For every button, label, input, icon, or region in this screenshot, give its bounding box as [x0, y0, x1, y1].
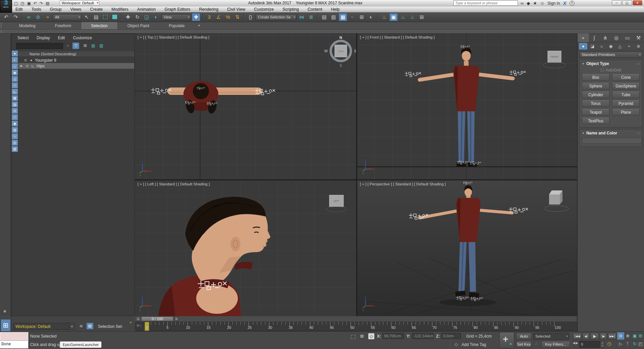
- isolate-selection-icon[interactable]: [351, 334, 357, 339]
- key-filters-button[interactable]: Key Filters...: [541, 341, 570, 348]
- viewport-top[interactable]: [ + ] [ Top ] [ Standard ] [ Default Sha…: [135, 34, 356, 179]
- render-in-cloud-icon[interactable]: ⊞: [418, 13, 426, 21]
- render-setup-icon[interactable]: ♨: [380, 13, 388, 21]
- undo-icon[interactable]: ↶: [34, 1, 37, 6]
- primitive-button[interactable]: Torus: [582, 100, 609, 107]
- tab-freeform[interactable]: Freeform: [46, 22, 80, 29]
- primitive-button[interactable]: GeoSphere: [612, 83, 640, 90]
- next-frame-button[interactable]: >: [174, 316, 179, 321]
- select-object-icon[interactable]: ↖: [83, 13, 91, 21]
- toggle-layer-explorer-icon[interactable]: ▥: [329, 13, 338, 21]
- menu-item[interactable]: Views: [70, 7, 81, 12]
- snap-toggle-3d-icon[interactable]: 3: [205, 13, 213, 21]
- explorer-menu-item[interactable]: Edit: [58, 36, 65, 42]
- viewport-front-label[interactable]: [ + ] [ Front ] [ Standard ] [ Default S…: [360, 35, 435, 39]
- primitive-button[interactable]: Sphere: [582, 83, 609, 90]
- select-by-name-icon[interactable]: ▤: [92, 13, 100, 21]
- collapse-tree-icon[interactable]: ▥: [98, 43, 105, 49]
- redo-icon[interactable]: ↷: [11, 13, 20, 21]
- frame-spinner[interactable]: ▴▾: [600, 341, 604, 348]
- exchange-icon[interactable]: X: [563, 0, 567, 6]
- explorer-filter-icon[interactable]: ◺: [12, 89, 18, 95]
- reference-coordinate-dropdown[interactable]: View: [161, 14, 191, 20]
- layers-icon[interactable]: ≋: [78, 323, 85, 329]
- ribbon-minimize-icon[interactable]: ▼: [195, 22, 203, 29]
- explorer-filter-icon[interactable]: △: [12, 76, 18, 82]
- search-icon[interactable]: ∞: [521, 1, 524, 6]
- save-file-icon[interactable]: ▣: [27, 1, 31, 6]
- explorer-filter-icon[interactable]: ●: [12, 51, 18, 56]
- viewport-perspective-label[interactable]: [ + ] [ Perspective ] [ Standard ] [ Def…: [360, 182, 446, 186]
- explorer-filter-icon[interactable]: ◆: [12, 121, 18, 126]
- redo-icon[interactable]: ↷: [40, 1, 43, 6]
- viewcube-top-face[interactable]: TOP: [338, 50, 343, 53]
- create-tab-icon[interactable]: +: [578, 34, 589, 42]
- explorer-filter-icon[interactable]: ◉: [12, 70, 18, 75]
- lock-icon[interactable]: ⊠: [82, 43, 89, 49]
- align-icon[interactable]: ≣: [307, 13, 315, 21]
- restore-button[interactable]: ◱: [622, 0, 632, 5]
- render-production-icon[interactable]: ♨: [399, 13, 407, 21]
- go-to-end-button[interactable]: ▶▶|: [608, 333, 616, 340]
- viewport-front[interactable]: [ + ] [ Front ] [ Standard ] [ Default S…: [357, 34, 577, 179]
- tab-selection[interactable]: Selection: [82, 22, 117, 29]
- compass-west[interactable]: W: [324, 49, 328, 53]
- autogrid-checkbox[interactable]: [600, 68, 604, 72]
- menu-item[interactable]: Modifiers: [111, 7, 128, 12]
- viewport-layout-tabs-button[interactable]: ⊞: [1, 319, 11, 332]
- angle-snap-icon[interactable]: ∠: [214, 13, 223, 21]
- clear-search-icon[interactable]: ×: [64, 43, 71, 49]
- mirror-icon[interactable]: ⋈: [298, 13, 306, 21]
- workspace-selector[interactable]: Workspace: Default: [13, 323, 69, 330]
- walk-through-icon[interactable]: ᛉ: [624, 340, 631, 348]
- user-icon[interactable]: ☺: [540, 1, 544, 6]
- compass-east[interactable]: E: [354, 49, 356, 53]
- bind-to-space-warp-icon[interactable]: ≈: [43, 13, 52, 21]
- geometry-category-icon[interactable]: ●: [579, 43, 587, 50]
- explorer-menu-item[interactable]: Select: [17, 36, 29, 42]
- viewport-left-label[interactable]: [ + ] [ Left ] [ Standard ] [ Default Sh…: [138, 182, 210, 186]
- expand-tree-icon[interactable]: ▤: [90, 43, 97, 49]
- percent-snap-icon[interactable]: %: [224, 13, 232, 21]
- tab-modeling[interactable]: Modeling: [10, 22, 45, 29]
- zoom-extents-all-icon[interactable]: ⊞: [637, 332, 644, 340]
- rollout-grip-icon[interactable]: ∷: [637, 131, 640, 135]
- workspace-dropdown-arrow[interactable]: ▾: [69, 323, 75, 330]
- tab-object-paint[interactable]: Object Paint: [118, 22, 158, 29]
- selection-lock-icon[interactable]: ⊠: [359, 334, 365, 339]
- maxscript-mini-listener[interactable]: [0, 332, 28, 340]
- primitive-button[interactable]: Tube: [612, 92, 640, 98]
- placement-tool-icon[interactable]: ◐: [152, 13, 160, 21]
- explorer-search-input[interactable]: [16, 43, 63, 49]
- explorer-filter-icon[interactable]: ☼: [12, 63, 18, 69]
- hierarchy-tab-icon[interactable]: ⋔: [600, 34, 611, 42]
- display-tab-icon[interactable]: ▭: [622, 34, 633, 42]
- viewcube-front-face[interactable]: FRONT: [550, 56, 559, 58]
- set-key-button[interactable]: Set Key: [516, 341, 532, 348]
- rectangular-selection-region-icon[interactable]: [101, 13, 110, 21]
- menu-item[interactable]: Graph Editors: [164, 7, 190, 12]
- viewcube-left-face[interactable]: LEFT: [333, 200, 339, 202]
- explorer-menu-item[interactable]: Display: [37, 36, 50, 42]
- modify-tab-icon[interactable]: ʃ: [589, 34, 600, 42]
- open-file-icon[interactable]: ◳: [20, 1, 24, 6]
- toggle-scene-explorer-icon[interactable]: ▤: [320, 13, 328, 21]
- spinner-snap-icon[interactable]: ⇅: [233, 13, 241, 21]
- schematic-view-icon[interactable]: ⊞: [358, 13, 366, 21]
- explorer-filter-icon[interactable]: ≈: [12, 82, 18, 88]
- select-and-link-icon[interactable]: ∞: [24, 13, 33, 21]
- explorer-filter-icon[interactable]: ▧: [12, 146, 18, 152]
- eye-icon[interactable]: ⊙: [25, 64, 29, 68]
- toggle-ribbon-icon[interactable]: ▦: [339, 13, 347, 21]
- menu-item[interactable]: Help: [331, 7, 340, 12]
- explorer-column-header[interactable]: Name (Sorted Descending): [18, 51, 134, 57]
- select-and-move-icon[interactable]: ✚: [124, 13, 132, 21]
- explorer-filter-icon[interactable]: ▦: [12, 95, 18, 101]
- track-bar[interactable]: ≡~ 0510152025303540455055606570758085909…: [135, 322, 577, 331]
- helpers-category-icon[interactable]: △: [616, 43, 624, 50]
- overflow-chevron[interactable]: »: [129, 320, 131, 324]
- eye-icon[interactable]: ⊙: [23, 58, 28, 62]
- explorer-filter-icon[interactable]: ▤: [12, 102, 18, 107]
- current-frame-field[interactable]: [579, 341, 600, 348]
- explorer-menu-item[interactable]: Customize: [73, 36, 92, 42]
